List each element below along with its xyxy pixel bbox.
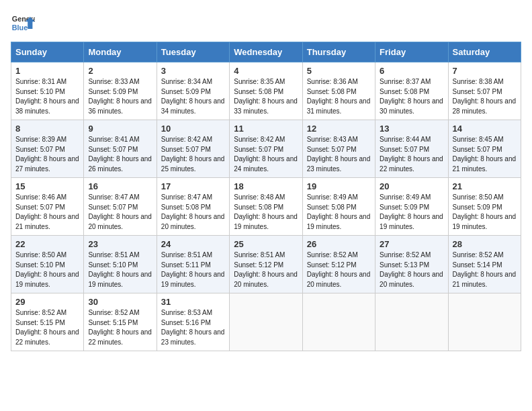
day-info: Sunrise: 8:41 AMSunset: 5:07 PMDaylight:… (88, 136, 152, 173)
calendar-header: SundayMondayTuesdayWednesdayThursdayFrid… (11, 42, 521, 62)
day-info: Sunrise: 8:42 AMSunset: 5:07 PMDaylight:… (161, 136, 225, 173)
calendar-week-1: 1 Sunrise: 8:31 AMSunset: 5:10 PMDayligh… (11, 62, 521, 120)
day-number: 15 (15, 181, 79, 191)
day-info: Sunrise: 8:48 AMSunset: 5:08 PMDaylight:… (234, 193, 298, 230)
day-number: 14 (453, 124, 517, 134)
day-info: Sunrise: 8:52 AMSunset: 5:12 PMDaylight:… (307, 251, 371, 288)
calendar-cell: 28 Sunrise: 8:52 AMSunset: 5:14 PMDaylig… (448, 236, 521, 293)
day-info: Sunrise: 8:36 AMSunset: 5:08 PMDaylight:… (307, 78, 371, 115)
calendar-cell: 4 Sunrise: 8:35 AMSunset: 5:08 PMDayligh… (230, 62, 302, 120)
day-info: Sunrise: 8:47 AMSunset: 5:08 PMDaylight:… (161, 193, 225, 230)
calendar-cell: 5 Sunrise: 8:36 AMSunset: 5:08 PMDayligh… (302, 62, 375, 120)
day-info: Sunrise: 8:33 AMSunset: 5:09 PMDaylight:… (88, 78, 152, 115)
weekday-header-wednesday: Wednesday (230, 42, 302, 62)
logo: General Blue (11, 11, 38, 35)
calendar-table: SundayMondayTuesdayWednesdayThursdayFrid… (11, 42, 521, 351)
calendar-cell: 17 Sunrise: 8:47 AMSunset: 5:08 PMDaylig… (157, 178, 229, 236)
day-number: 28 (453, 239, 517, 249)
calendar-cell: 21 Sunrise: 8:50 AMSunset: 5:09 PMDaylig… (448, 178, 521, 236)
calendar-cell: 19 Sunrise: 8:49 AMSunset: 5:08 PMDaylig… (302, 178, 375, 236)
calendar-cell: 6 Sunrise: 8:37 AMSunset: 5:08 PMDayligh… (375, 62, 448, 120)
weekday-header-friday: Friday (375, 42, 448, 62)
calendar-cell: 3 Sunrise: 8:34 AMSunset: 5:09 PMDayligh… (157, 62, 229, 120)
calendar-cell: 9 Sunrise: 8:41 AMSunset: 5:07 PMDayligh… (84, 120, 157, 178)
day-number: 22 (15, 239, 79, 249)
weekday-header-tuesday: Tuesday (157, 42, 229, 62)
day-number: 12 (307, 124, 371, 134)
calendar-cell (302, 293, 375, 351)
logo-icon: General Blue (11, 11, 35, 35)
day-number: 18 (234, 181, 298, 191)
weekday-header-thursday: Thursday (302, 42, 375, 62)
day-number: 3 (161, 66, 225, 76)
day-number: 6 (380, 66, 443, 76)
day-number: 29 (15, 297, 79, 307)
day-info: Sunrise: 8:52 AMSunset: 5:14 PMDaylight:… (453, 251, 517, 288)
day-number: 4 (234, 66, 298, 76)
day-number: 26 (307, 239, 371, 249)
calendar-cell: 8 Sunrise: 8:39 AMSunset: 5:07 PMDayligh… (11, 120, 84, 178)
calendar-week-5: 29 Sunrise: 8:52 AMSunset: 5:15 PMDaylig… (11, 293, 521, 351)
day-info: Sunrise: 8:52 AMSunset: 5:15 PMDaylight:… (88, 309, 152, 346)
calendar-cell: 25 Sunrise: 8:51 AMSunset: 5:12 PMDaylig… (230, 236, 302, 293)
day-number: 25 (234, 239, 298, 249)
day-info: Sunrise: 8:44 AMSunset: 5:07 PMDaylight:… (380, 136, 443, 173)
calendar-cell: 23 Sunrise: 8:51 AMSunset: 5:10 PMDaylig… (84, 236, 157, 293)
day-number: 9 (88, 124, 152, 134)
calendar-week-2: 8 Sunrise: 8:39 AMSunset: 5:07 PMDayligh… (11, 120, 521, 178)
day-info: Sunrise: 8:50 AMSunset: 5:09 PMDaylight:… (453, 193, 517, 230)
weekday-row: SundayMondayTuesdayWednesdayThursdayFrid… (11, 42, 521, 62)
day-info: Sunrise: 8:51 AMSunset: 5:11 PMDaylight:… (161, 251, 225, 288)
calendar-cell: 1 Sunrise: 8:31 AMSunset: 5:10 PMDayligh… (11, 62, 84, 120)
day-number: 17 (161, 181, 225, 191)
day-number: 2 (88, 66, 152, 76)
day-number: 21 (453, 181, 517, 191)
day-info: Sunrise: 8:51 AMSunset: 5:10 PMDaylight:… (88, 251, 152, 288)
day-number: 7 (453, 66, 517, 76)
day-info: Sunrise: 8:43 AMSunset: 5:07 PMDaylight:… (307, 136, 371, 173)
day-info: Sunrise: 8:49 AMSunset: 5:08 PMDaylight:… (307, 193, 371, 230)
day-info: Sunrise: 8:39 AMSunset: 5:07 PMDaylight:… (15, 136, 79, 173)
calendar-cell: 11 Sunrise: 8:42 AMSunset: 5:07 PMDaylig… (230, 120, 302, 178)
calendar-cell: 7 Sunrise: 8:38 AMSunset: 5:07 PMDayligh… (448, 62, 521, 120)
day-number: 13 (380, 124, 443, 134)
calendar-cell: 14 Sunrise: 8:45 AMSunset: 5:07 PMDaylig… (448, 120, 521, 178)
day-number: 31 (161, 297, 225, 307)
day-number: 30 (88, 297, 152, 307)
day-info: Sunrise: 8:50 AMSunset: 5:10 PMDaylight:… (15, 251, 79, 288)
calendar-week-4: 22 Sunrise: 8:50 AMSunset: 5:10 PMDaylig… (11, 236, 521, 293)
day-info: Sunrise: 8:35 AMSunset: 5:08 PMDaylight:… (234, 78, 298, 115)
day-number: 5 (307, 66, 371, 76)
calendar-cell (375, 293, 448, 351)
day-info: Sunrise: 8:53 AMSunset: 5:16 PMDaylight:… (161, 309, 225, 346)
calendar-week-3: 15 Sunrise: 8:46 AMSunset: 5:07 PMDaylig… (11, 178, 521, 236)
calendar-cell: 29 Sunrise: 8:52 AMSunset: 5:15 PMDaylig… (11, 293, 84, 351)
day-number: 27 (380, 239, 443, 249)
calendar-cell: 20 Sunrise: 8:49 AMSunset: 5:09 PMDaylig… (375, 178, 448, 236)
page-header: General Blue (11, 11, 521, 35)
day-info: Sunrise: 8:34 AMSunset: 5:09 PMDaylight:… (161, 78, 225, 115)
calendar-cell (230, 293, 302, 351)
calendar-cell: 24 Sunrise: 8:51 AMSunset: 5:11 PMDaylig… (157, 236, 229, 293)
weekday-header-monday: Monday (84, 42, 157, 62)
day-number: 19 (307, 181, 371, 191)
calendar-cell: 31 Sunrise: 8:53 AMSunset: 5:16 PMDaylig… (157, 293, 229, 351)
day-number: 8 (15, 124, 79, 134)
calendar-cell: 22 Sunrise: 8:50 AMSunset: 5:10 PMDaylig… (11, 236, 84, 293)
day-number: 16 (88, 181, 152, 191)
day-number: 10 (161, 124, 225, 134)
calendar-cell: 12 Sunrise: 8:43 AMSunset: 5:07 PMDaylig… (302, 120, 375, 178)
day-info: Sunrise: 8:52 AMSunset: 5:15 PMDaylight:… (15, 309, 79, 346)
day-number: 24 (161, 239, 225, 249)
calendar-cell: 15 Sunrise: 8:46 AMSunset: 5:07 PMDaylig… (11, 178, 84, 236)
calendar-cell: 10 Sunrise: 8:42 AMSunset: 5:07 PMDaylig… (157, 120, 229, 178)
calendar-cell: 13 Sunrise: 8:44 AMSunset: 5:07 PMDaylig… (375, 120, 448, 178)
weekday-header-sunday: Sunday (11, 42, 84, 62)
day-info: Sunrise: 8:47 AMSunset: 5:07 PMDaylight:… (88, 193, 152, 230)
weekday-header-saturday: Saturday (448, 42, 521, 62)
day-info: Sunrise: 8:38 AMSunset: 5:07 PMDaylight:… (453, 78, 517, 115)
day-number: 20 (380, 181, 443, 191)
calendar-cell: 27 Sunrise: 8:52 AMSunset: 5:13 PMDaylig… (375, 236, 448, 293)
day-info: Sunrise: 8:52 AMSunset: 5:13 PMDaylight:… (380, 251, 443, 288)
day-number: 11 (234, 124, 298, 134)
